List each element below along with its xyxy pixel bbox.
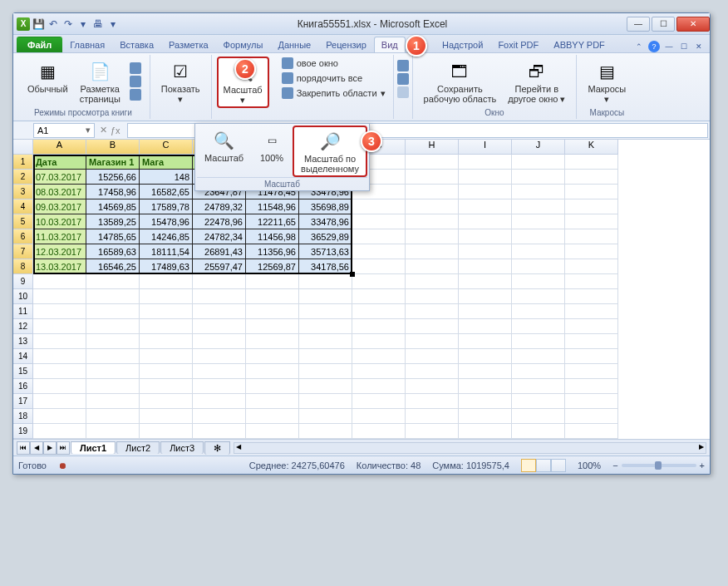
tab-formulas[interactable]: Формулы <box>216 37 271 52</box>
cell[interactable] <box>406 334 459 349</box>
cell[interactable] <box>86 334 140 349</box>
cell[interactable]: Дата <box>33 155 86 170</box>
cell[interactable] <box>565 244 618 259</box>
cell[interactable] <box>352 304 406 319</box>
cell[interactable] <box>193 424 246 439</box>
split-icon[interactable] <box>397 60 409 71</box>
maximize-button[interactable]: ☐ <box>652 17 675 32</box>
cell[interactable] <box>406 289 459 304</box>
cell[interactable]: 35713,63 <box>299 244 352 259</box>
row-header[interactable]: 12 <box>13 319 33 334</box>
select-all-corner[interactable] <box>13 140 33 155</box>
cell[interactable] <box>193 409 246 424</box>
cell[interactable] <box>459 289 512 304</box>
cell[interactable] <box>352 244 406 259</box>
tab-nav-next[interactable]: ▶ <box>43 441 57 455</box>
cell[interactable] <box>86 424 140 439</box>
tab-addins[interactable]: Надстрой <box>435 37 490 52</box>
cell[interactable] <box>459 409 512 424</box>
cell[interactable] <box>565 155 618 170</box>
cell[interactable] <box>33 409 86 424</box>
cell[interactable] <box>565 229 618 244</box>
cell[interactable] <box>512 199 565 214</box>
cell[interactable] <box>86 274 140 289</box>
cell[interactable] <box>140 394 193 409</box>
cell[interactable] <box>33 424 86 439</box>
cell[interactable] <box>512 229 565 244</box>
cell[interactable] <box>140 334 193 349</box>
cell[interactable] <box>406 274 459 289</box>
row-header[interactable]: 13 <box>13 334 33 349</box>
row-header[interactable]: 1 <box>13 155 33 170</box>
page-layout-button[interactable]: 📄 Разметка страницы <box>74 57 126 106</box>
tab-nav-prev[interactable]: ◀ <box>30 441 43 455</box>
cell[interactable] <box>352 229 406 244</box>
cell[interactable]: 17589,78 <box>140 199 193 214</box>
cell[interactable] <box>459 229 512 244</box>
arrange-button[interactable]: порядочить все <box>279 71 388 85</box>
cell[interactable] <box>459 394 512 409</box>
cell[interactable] <box>33 364 86 379</box>
cell[interactable] <box>33 274 86 289</box>
cell[interactable] <box>86 394 140 409</box>
cell[interactable] <box>565 349 618 364</box>
fx-icon[interactable]: ƒx <box>111 126 121 135</box>
zoom-slider[interactable] <box>622 464 696 467</box>
cell[interactable] <box>565 364 618 379</box>
cell[interactable] <box>406 304 459 319</box>
fullscreen-icon[interactable] <box>130 89 141 101</box>
cell[interactable] <box>140 289 193 304</box>
tab-file[interactable]: Файл <box>17 37 62 52</box>
macros-button[interactable]: ▤ Макросы▾ <box>582 57 632 106</box>
cell[interactable]: 36529,89 <box>299 229 352 244</box>
cell[interactable]: 148 <box>140 170 193 185</box>
col-header-C[interactable]: C <box>140 140 193 155</box>
cell[interactable]: 13589,25 <box>86 214 140 229</box>
cell[interactable] <box>512 379 565 394</box>
cell[interactable] <box>33 334 86 349</box>
row-header[interactable]: 4 <box>13 199 33 214</box>
cell[interactable] <box>565 185 618 199</box>
cell[interactable] <box>140 319 193 334</box>
row-header[interactable]: 14 <box>13 349 33 364</box>
row-header[interactable]: 17 <box>13 394 33 409</box>
cell[interactable] <box>406 229 459 244</box>
cell[interactable]: 17458,96 <box>86 185 140 199</box>
cell[interactable]: 17489,63 <box>140 259 193 274</box>
tab-layout[interactable]: Разметка <box>161 37 216 52</box>
cell[interactable]: 34178,56 <box>299 259 352 274</box>
row-header[interactable]: 19 <box>13 424 33 439</box>
cell[interactable]: 24782,34 <box>193 229 246 244</box>
cell[interactable] <box>246 289 299 304</box>
cell[interactable] <box>352 364 406 379</box>
cell[interactable] <box>459 274 512 289</box>
cell[interactable]: 18111,54 <box>140 244 193 259</box>
row-header[interactable]: 10 <box>13 289 33 304</box>
cell[interactable] <box>140 349 193 364</box>
row-header[interactable]: 8 <box>13 259 33 274</box>
cell[interactable]: 15256,66 <box>86 170 140 185</box>
cell[interactable] <box>352 424 406 439</box>
view-pagebreak-icon[interactable] <box>551 459 566 472</box>
cell[interactable] <box>512 304 565 319</box>
cell[interactable] <box>352 409 406 424</box>
cell[interactable] <box>512 259 565 274</box>
cell[interactable] <box>246 394 299 409</box>
cell[interactable] <box>193 334 246 349</box>
cell[interactable] <box>299 364 352 379</box>
cell[interactable]: 11356,96 <box>246 244 299 259</box>
cell[interactable] <box>459 319 512 334</box>
cell[interactable] <box>512 349 565 364</box>
cell[interactable] <box>299 319 352 334</box>
popup-100-button[interactable]: ▭ 100% <box>251 126 293 177</box>
cell[interactable] <box>512 244 565 259</box>
cell[interactable] <box>565 319 618 334</box>
row-header[interactable]: 9 <box>13 274 33 289</box>
cell[interactable] <box>565 274 618 289</box>
cell[interactable]: 08.03.2017 <box>33 185 86 199</box>
row-header[interactable]: 7 <box>13 244 33 259</box>
cell[interactable] <box>352 214 406 229</box>
cell[interactable] <box>512 424 565 439</box>
cell[interactable] <box>565 394 618 409</box>
cell[interactable]: 11.03.2017 <box>33 229 86 244</box>
